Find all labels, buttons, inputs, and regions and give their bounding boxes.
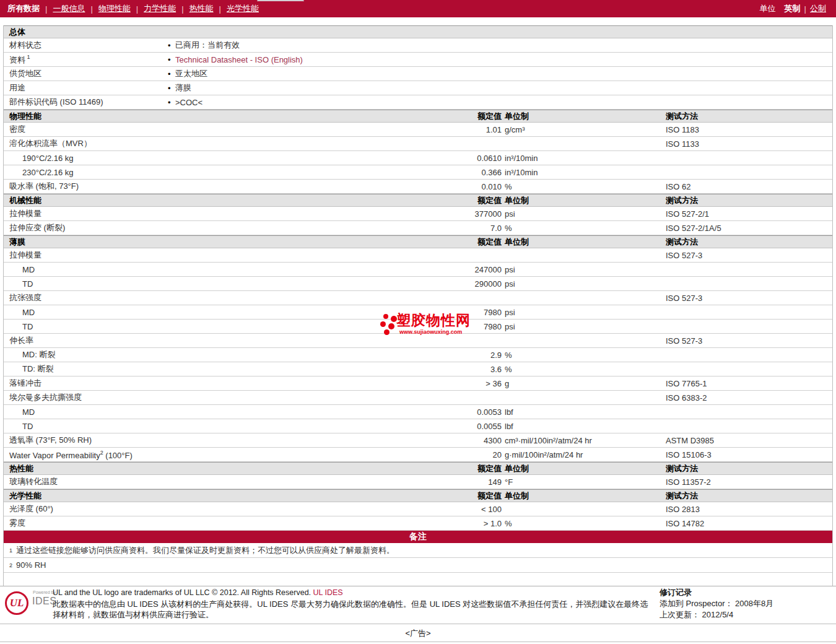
revision-added: 添加到 Prospector： 2008年8月 bbox=[660, 598, 773, 609]
general-row: 用途•薄膜 bbox=[4, 81, 832, 95]
section-title: 热性能 bbox=[4, 463, 415, 474]
property-row: 拉伸模量377000psiISO 527-2/1 bbox=[4, 207, 832, 221]
column-header-method: 测试方法 bbox=[666, 111, 832, 122]
nav-separator: | bbox=[45, 4, 47, 14]
footnote-ref: 2 bbox=[100, 450, 103, 456]
property-unit: g·mil/100in²/atm/24 hr bbox=[502, 450, 666, 459]
browser-tab-artifact bbox=[257, 0, 304, 1]
property-row: 拉伸模量ISO 527-3 bbox=[4, 248, 832, 263]
property-row: 190°C/2.16 kg0.0610in³/10min bbox=[4, 151, 832, 165]
column-header-value: 额定值 bbox=[415, 195, 502, 206]
ad-placeholder: <广告> bbox=[0, 627, 836, 640]
test-method: ISO 6383-2 bbox=[666, 393, 832, 402]
property-value: > 36 bbox=[415, 379, 502, 388]
general-value: 已商用：当前有效 bbox=[175, 40, 240, 51]
nav-tab-1[interactable]: 所有数据 bbox=[7, 3, 40, 14]
note-row: 290% RH bbox=[4, 558, 832, 573]
column-header-method: 测试方法 bbox=[666, 490, 832, 502]
property-unit: lbf bbox=[502, 422, 666, 431]
property-row: 落锤冲击> 36gISO 7765-1 bbox=[4, 376, 832, 391]
bullet-icon: • bbox=[168, 69, 175, 79]
property-row: 雾度> 1.0%ISO 14782 bbox=[4, 516, 832, 531]
property-unit: psi bbox=[502, 265, 666, 274]
column-header-unit: 单位制 bbox=[502, 111, 666, 122]
property-unit: psi bbox=[502, 279, 666, 289]
property-name: MD bbox=[4, 265, 415, 274]
property-row: 溶化体积流率（MVR）ISO 1133 bbox=[4, 137, 832, 151]
property-row: MD7980psi bbox=[4, 305, 832, 320]
property-name: 部件标识代码 (ISO 11469) bbox=[4, 97, 168, 108]
general-value: 薄膜 bbox=[175, 82, 191, 94]
property-name: 用途 bbox=[4, 82, 168, 94]
property-unit: % bbox=[502, 365, 666, 374]
property-value: > 1.0 bbox=[415, 519, 502, 528]
section-title: 总体 bbox=[4, 27, 415, 38]
footnote-ref: 1 bbox=[25, 54, 30, 60]
property-value: 0.0610 bbox=[415, 154, 502, 163]
general-row: 材料状态•已商用：当前有效 bbox=[4, 38, 832, 53]
general-value: 亚太地区 bbox=[175, 68, 207, 79]
property-row: 230°C/2.16 kg0.366in³/10min bbox=[4, 165, 832, 180]
property-row: MD: 断裂2.9% bbox=[4, 348, 832, 362]
property-name: MD: 断裂 bbox=[4, 349, 415, 360]
general-value: >COC< bbox=[175, 98, 202, 107]
property-row: 玻璃转化温度149°FISO 11357-2 bbox=[4, 475, 832, 489]
property-value: 20 bbox=[415, 450, 502, 459]
property-value: 0.0053 bbox=[415, 407, 502, 417]
test-method: ISO 7765-1 bbox=[666, 379, 832, 388]
property-row: TD290000psi bbox=[4, 277, 832, 291]
column-header-unit: 单位制 bbox=[502, 237, 666, 248]
nav-units: 英制|公制 bbox=[781, 3, 830, 14]
test-method: ISO 15106-3 bbox=[666, 450, 832, 459]
property-row: TD7980psi bbox=[4, 320, 832, 334]
test-method: ISO 527-3 bbox=[666, 251, 832, 260]
property-row: TD0.0055lbf bbox=[4, 419, 832, 433]
datasheet-link[interactable]: Technical Datasheet - ISO (English) bbox=[175, 55, 303, 64]
property-name: 雾度 bbox=[4, 518, 415, 529]
footer-top-divider bbox=[0, 586, 836, 586]
section-header-row: 机械性能额定值单位制测试方法 bbox=[4, 194, 832, 207]
property-unit: in³/10min bbox=[502, 154, 666, 163]
unit-option-1[interactable]: 英制 bbox=[785, 3, 801, 14]
test-method: ISO 527-2/1 bbox=[666, 209, 832, 219]
property-name: TD bbox=[4, 279, 415, 289]
nav-units-group: 单位 英制|公制 bbox=[760, 3, 830, 14]
property-row: MD0.0053lbf bbox=[4, 405, 832, 419]
nav-separator: | bbox=[90, 4, 92, 14]
test-method: ISO 1183 bbox=[666, 125, 832, 134]
property-unit: psi bbox=[502, 308, 666, 317]
property-name: 供货地区 bbox=[4, 68, 168, 79]
nav-separator: | bbox=[219, 4, 221, 14]
nav-tab-2[interactable]: 一般信息 bbox=[53, 3, 85, 14]
bullet-icon: • bbox=[168, 98, 175, 107]
property-row: 光泽度 (60°)< 100ISO 2813 bbox=[4, 502, 832, 516]
general-row: 资料 1•Technical Datasheet - ISO (English) bbox=[4, 53, 832, 67]
column-header-value: 额定值 bbox=[415, 237, 502, 248]
property-unit: in³/10min bbox=[502, 168, 666, 177]
test-method: ISO 1133 bbox=[666, 139, 832, 149]
nav-separator: | bbox=[181, 4, 183, 14]
bullet-icon: • bbox=[168, 41, 175, 50]
ad-top-divider bbox=[0, 624, 836, 624]
section-title: 薄膜 bbox=[4, 237, 415, 248]
property-unit: lbf bbox=[502, 407, 666, 417]
trademark-text: UL and the UL logo are trademarks of UL … bbox=[53, 588, 313, 597]
property-unit: cm³·mil/100in²/atm/24 hr bbox=[502, 436, 666, 445]
nav-tab-4[interactable]: 力学性能 bbox=[144, 3, 176, 14]
trademark-line: UL and the UL logo are trademarks of UL … bbox=[53, 588, 655, 597]
revision-updated: 上次更新： 2012/5/4 bbox=[660, 609, 773, 620]
property-name: 拉伸模量 bbox=[4, 208, 415, 219]
column-header-unit: 单位制 bbox=[502, 195, 666, 206]
disclaimer-text: 此数据表中的信息由 UL IDES 从该材料的生产商处获得。UL IDES 尽最… bbox=[53, 599, 655, 620]
nav-tab-6[interactable]: 光学性能 bbox=[227, 3, 259, 14]
ul-ides-link[interactable]: UL IDES bbox=[313, 588, 343, 597]
property-name: 190°C/2.16 kg bbox=[4, 154, 415, 163]
nav-tab-3[interactable]: 物理性能 bbox=[98, 3, 131, 14]
ul-logo-icon: UL bbox=[5, 591, 28, 615]
unit-option-2[interactable]: 公制 bbox=[810, 3, 826, 14]
section-title: 物理性能 bbox=[4, 111, 415, 122]
nav-tab-5[interactable]: 热性能 bbox=[189, 3, 214, 14]
nav-separator: | bbox=[136, 4, 138, 14]
units-label: 单位 bbox=[760, 3, 776, 14]
property-name: MD bbox=[4, 308, 415, 317]
